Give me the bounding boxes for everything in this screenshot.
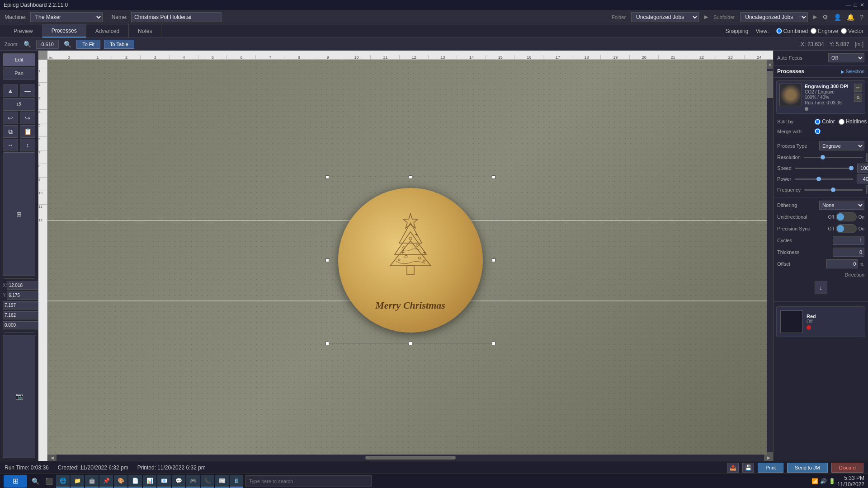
camera-tool[interactable]: 📷: [3, 335, 35, 459]
process-edit-btn[interactable]: ✏: [854, 84, 862, 92]
handle-mr[interactable]: [492, 258, 495, 262]
auto-focus-select[interactable]: Off: [828, 53, 864, 62]
vector-option[interactable]: Vector: [841, 28, 863, 34]
direction-btn[interactable]: ↓: [815, 282, 827, 294]
combined-option[interactable]: Combined: [776, 28, 808, 34]
undo-tool[interactable]: ↩: [3, 112, 18, 124]
redo-tool[interactable]: ↪: [20, 112, 35, 124]
window-controls[interactable]: — □ ✕: [846, 2, 864, 8]
copy-tool[interactable]: ⧉: [3, 125, 18, 138]
print-btn[interactable]: Print: [758, 463, 783, 473]
line-tool[interactable]: —: [20, 84, 35, 97]
folder-select[interactable]: Uncategorized Jobs: [631, 12, 699, 22]
vertical-scrollbar-track[interactable]: ▲ ▼: [767, 60, 773, 461]
help-icon[interactable]: ?: [860, 14, 863, 21]
app9[interactable]: 📞: [201, 475, 214, 488]
process-copy-btn[interactable]: ⧉: [854, 94, 862, 102]
color-radio[interactable]: Color: [815, 118, 835, 125]
user-icon[interactable]: 👤: [834, 14, 841, 21]
scroll-thumb-h[interactable]: [365, 456, 456, 460]
engrave-radio[interactable]: [811, 28, 816, 34]
handle-br[interactable]: [492, 342, 495, 345]
machine-select[interactable]: The Maker: [30, 12, 103, 22]
arrow-tool[interactable]: ▲: [3, 84, 18, 97]
flip-v-tool[interactable]: ↕: [20, 139, 35, 151]
zoom-out-btn[interactable]: 🔍: [22, 41, 33, 48]
unidirectional-toggle[interactable]: [836, 212, 857, 221]
tab-processes[interactable]: Processes: [42, 24, 86, 38]
app2[interactable]: 📌: [99, 475, 113, 488]
speed-slider[interactable]: [795, 168, 854, 169]
notification-icon[interactable]: 🔔: [847, 14, 854, 21]
handle-bl[interactable]: [326, 342, 329, 345]
zoom-value[interactable]: [36, 40, 59, 49]
tab-preview[interactable]: Preview: [5, 24, 42, 38]
hairlines-radio-input[interactable]: [839, 119, 844, 125]
app4[interactable]: 📄: [128, 475, 142, 488]
paste-tool[interactable]: 📋: [20, 125, 35, 138]
hairlines-radio[interactable]: Hairlines: [839, 118, 867, 125]
app3[interactable]: 🎨: [114, 475, 127, 488]
power-slider[interactable]: [795, 178, 853, 180]
canvas-content[interactable]: ✦ ✦ ✦ Merry Christmas: [47, 60, 773, 461]
process-card[interactable]: Engraving 300 DPI CO2 / Engrave 100% / 4…: [776, 80, 865, 114]
send-to-jm-btn[interactable]: Send to JM: [787, 463, 828, 473]
pan-mode-btn[interactable]: Pan: [3, 67, 35, 80]
minimize-btn[interactable]: —: [846, 2, 851, 8]
frequency-slider[interactable]: [804, 189, 863, 191]
zoom-in-btn[interactable]: 🔍: [62, 41, 73, 48]
resolution-slider[interactable]: [804, 157, 863, 158]
red-card[interactable]: Red Off: [776, 306, 865, 337]
handle-tl[interactable]: [326, 175, 329, 179]
offset-input[interactable]: [826, 259, 858, 268]
combined-radio[interactable]: [776, 28, 782, 34]
grid-tool[interactable]: ⊞: [3, 152, 35, 276]
to-table-btn[interactable]: To Table: [104, 40, 134, 49]
network-icon[interactable]: 📶: [811, 478, 818, 484]
taskbar-search[interactable]: [245, 475, 372, 487]
color-radio-input[interactable]: [815, 119, 821, 125]
app1[interactable]: 🤖: [85, 475, 99, 488]
engrave-option[interactable]: Engrave: [811, 28, 838, 34]
subfolder-arrow[interactable]: ▶: [813, 14, 817, 20]
task-view-btn[interactable]: ⬛: [42, 475, 55, 488]
scroll-left-btn[interactable]: ◀: [47, 455, 57, 461]
send-to-icon-btn[interactable]: 📤: [727, 463, 739, 473]
app5[interactable]: 📊: [143, 475, 156, 488]
vector-radio[interactable]: [841, 28, 847, 34]
handle-tm[interactable]: [409, 175, 412, 179]
app7[interactable]: 💬: [172, 475, 185, 488]
edit-mode-btn[interactable]: Edit: [3, 53, 35, 66]
app6[interactable]: 📧: [157, 475, 171, 488]
thickness-input[interactable]: [833, 248, 864, 257]
scroll-up-btn[interactable]: ▲: [767, 60, 773, 69]
tab-advanced[interactable]: Advanced: [86, 24, 129, 38]
canvas-area[interactable]: in. 0 1 2 3 4 5 6 7 8 9 10 11 12 13 14: [38, 51, 773, 461]
subfolder-select[interactable]: Uncategorized Jobs: [740, 12, 808, 22]
process-type-select[interactable]: Engrave: [819, 141, 864, 150]
close-btn[interactable]: ✕: [860, 2, 864, 8]
to-fit-btn[interactable]: To Fit: [76, 40, 100, 49]
tab-notes[interactable]: Notes: [129, 24, 161, 38]
scroll-right-btn[interactable]: ▶: [764, 455, 773, 461]
browser-app[interactable]: 🌐: [56, 475, 70, 488]
start-button[interactable]: ⊞: [4, 475, 27, 488]
folder-arrow[interactable]: ▶: [704, 14, 708, 20]
search-taskbar-btn[interactable]: 🔍: [29, 475, 42, 488]
app8[interactable]: 🎮: [186, 475, 200, 488]
file-name-input[interactable]: [131, 12, 222, 22]
speed-input[interactable]: [857, 164, 868, 173]
settings-icon[interactable]: ⚙: [822, 14, 828, 21]
volume-icon[interactable]: 🔊: [820, 478, 827, 484]
resolution-input[interactable]: [866, 153, 868, 162]
dithering-select[interactable]: None: [819, 201, 864, 210]
cycles-input[interactable]: [833, 236, 864, 245]
battery-icon[interactable]: 🔋: [829, 478, 835, 484]
precision-sync-toggle[interactable]: [836, 224, 857, 233]
flip-h-tool[interactable]: ↔: [3, 139, 18, 151]
handle-tr[interactable]: [492, 175, 495, 179]
merge-radio[interactable]: [815, 128, 821, 134]
selection-btn[interactable]: ▶ Selection: [841, 69, 864, 74]
save-icon-btn[interactable]: 💾: [742, 463, 754, 473]
app10[interactable]: 📰: [215, 475, 229, 488]
